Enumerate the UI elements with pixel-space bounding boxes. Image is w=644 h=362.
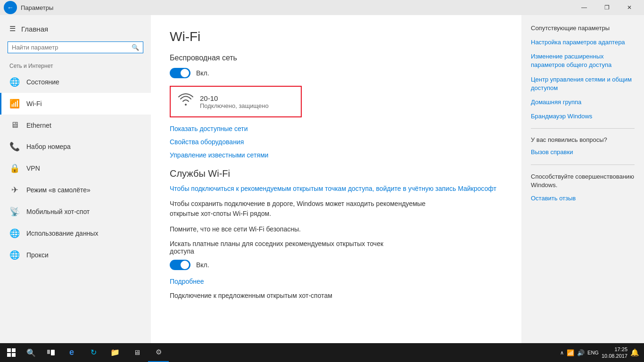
taskbar-computer[interactable]: 🖥 bbox=[126, 343, 147, 362]
questions-title: У вас появились вопросы? bbox=[531, 136, 635, 143]
taskbar-refresh[interactable]: ↻ bbox=[83, 343, 104, 362]
paid-section-label: Искать платные планы для соседних рекоме… bbox=[170, 240, 405, 255]
proxy-icon: 🌐 bbox=[9, 250, 20, 260]
network-wifi-icon bbox=[178, 93, 193, 110]
main-panel: Wi-Fi Беспроводная сеть Вкл. 20-10 Подкл… bbox=[151, 15, 521, 343]
show-networks-link[interactable]: Показать доступные сети bbox=[170, 125, 503, 132]
taskbar-sys-icons: ∧ 📶 🔊 bbox=[560, 349, 585, 356]
ethernet-icon: 🖥 bbox=[9, 120, 20, 130]
sidebar-item-airplane[interactable]: ✈ Режим «в самолёте» bbox=[0, 179, 151, 201]
manage-known-link[interactable]: Управление известными сетями bbox=[170, 151, 503, 159]
bottom-text: Подключение к предложенным открытым хот-… bbox=[170, 291, 453, 301]
sidebar-item-datausage[interactable]: 🌐 Использование данных bbox=[0, 222, 151, 244]
services-link[interactable]: Чтобы подключиться к рекомендуемым откры… bbox=[170, 185, 503, 192]
help-link[interactable]: Вызов справки bbox=[531, 148, 635, 156]
body-text-2: Помните, что не все сети Wi-Fi безопасны… bbox=[170, 224, 453, 234]
network-name: 20-10 bbox=[200, 94, 293, 102]
sidebar-item-hotspot[interactable]: 📡 Мобильный хот-спот bbox=[0, 201, 151, 222]
wireless-section-title: Беспроводная сеть bbox=[170, 54, 503, 62]
network-card[interactable]: 20-10 Подключено, защищено bbox=[170, 86, 302, 117]
status-icon: 🌐 bbox=[9, 77, 20, 87]
sidebar: ☰ Главная 🔍 Сеть и Интернет 🌐 Состояние … bbox=[0, 15, 151, 343]
taskbar-clock: 17:25 10.08.2017 bbox=[602, 346, 627, 360]
close-button[interactable]: ✕ bbox=[619, 0, 640, 15]
taskbar-settings-active[interactable]: ⚙ bbox=[148, 343, 169, 362]
app-title: Параметры bbox=[21, 4, 53, 11]
notification-icon[interactable]: 🔔 bbox=[630, 348, 639, 357]
right-divider bbox=[531, 128, 635, 129]
sidebar-home[interactable]: ☰ Главная bbox=[0, 20, 151, 38]
sidebar-item-label-wifi: Wi-Fi bbox=[26, 100, 42, 107]
sidebar-item-label-airplane: Режим «в самолёте» bbox=[26, 186, 91, 194]
related-link-3[interactable]: Домашняя группа bbox=[531, 98, 635, 107]
svg-rect-1 bbox=[12, 348, 16, 352]
body-text-1: Чтобы сохранить подключение в дороге, Wi… bbox=[170, 199, 453, 219]
sidebar-item-label-status: Состояние bbox=[26, 78, 59, 86]
svg-rect-3 bbox=[12, 353, 16, 357]
search-icon: 🔍 bbox=[132, 44, 139, 51]
taskbar: 🔍 e ↻ 📁 🖥 ⚙ ∧ 📶 🔊 ENG 17:25 10.08.2017 🔔 bbox=[0, 343, 644, 362]
volume-icon: 🔊 bbox=[577, 349, 585, 356]
svg-rect-4 bbox=[47, 350, 50, 354]
taskbar-edge[interactable]: e bbox=[61, 343, 82, 362]
wifi-toggle[interactable] bbox=[170, 68, 190, 78]
back-icon: ← bbox=[7, 4, 14, 11]
feedback-link[interactable]: Оставить отзыв bbox=[531, 194, 635, 203]
minimize-button[interactable]: — bbox=[573, 0, 595, 15]
dialup-icon: 📞 bbox=[9, 141, 20, 152]
sidebar-item-ethernet[interactable]: 🖥 Ethernet bbox=[0, 115, 151, 136]
right-divider-2 bbox=[531, 165, 635, 165]
wifi-toggle-label: Вкл. bbox=[196, 69, 209, 77]
sidebar-item-wifi[interactable]: 📶 Wi-Fi bbox=[0, 93, 151, 115]
related-link-1[interactable]: Изменение расширенных параметров общего … bbox=[531, 52, 635, 69]
chevron-up-icon[interactable]: ∧ bbox=[560, 350, 564, 356]
network-info: 20-10 Подключено, защищено bbox=[200, 94, 293, 109]
improve-text: Способствуйте совершенствованию Windows. bbox=[531, 173, 635, 189]
related-link-2[interactable]: Центр управления сетями и общим доступом bbox=[531, 75, 635, 92]
home-label: Главная bbox=[21, 25, 48, 33]
restore-button[interactable]: ❐ bbox=[596, 0, 618, 15]
taskbar-left: 🔍 e ↻ 📁 🖥 ⚙ bbox=[2, 343, 169, 362]
sidebar-item-label-proxy: Прокси bbox=[26, 251, 49, 259]
back-button[interactable]: ← bbox=[4, 1, 17, 14]
sidebar-item-status[interactable]: 🌐 Состояние bbox=[0, 71, 151, 93]
network-status: Подключено, защищено bbox=[200, 102, 293, 109]
related-link-0[interactable]: Настройка параметров адаптера bbox=[531, 38, 635, 47]
paid-toggle-label: Вкл. bbox=[196, 261, 209, 269]
sidebar-category: Сеть и Интернет bbox=[0, 57, 151, 71]
app-body: ☰ Главная 🔍 Сеть и Интернет 🌐 Состояние … bbox=[0, 15, 644, 343]
airplane-icon: ✈ bbox=[9, 185, 20, 195]
search-input[interactable] bbox=[12, 44, 132, 51]
network-taskbar-icon: 📶 bbox=[567, 349, 574, 356]
sidebar-item-label-datausage: Использование данных bbox=[26, 230, 98, 237]
svg-rect-5 bbox=[51, 350, 55, 355]
sidebar-item-label-hotspot: Мобильный хот-спот bbox=[26, 208, 90, 215]
sidebar-item-vpn[interactable]: 🔒 VPN bbox=[0, 157, 151, 179]
hotspot-icon: 📡 bbox=[9, 206, 20, 217]
titlebar-left: ← Параметры bbox=[4, 1, 53, 14]
services-title: Службы Wi-Fi bbox=[170, 168, 503, 179]
clock-time: 17:25 bbox=[602, 346, 627, 353]
related-title: Сопутствующие параметры bbox=[531, 25, 635, 32]
wifi-toggle-row: Вкл. bbox=[170, 68, 503, 78]
hardware-props-link[interactable]: Свойства оборудования bbox=[170, 138, 503, 146]
search-box[interactable]: 🔍 bbox=[8, 41, 143, 53]
sidebar-item-dialup[interactable]: 📞 Набор номера bbox=[0, 136, 151, 157]
paid-toggle[interactable] bbox=[170, 260, 190, 270]
svg-rect-0 bbox=[7, 348, 11, 352]
datausage-icon: 🌐 bbox=[9, 228, 20, 239]
sidebar-item-label-ethernet: Ethernet bbox=[26, 122, 51, 129]
sidebar-item-label-vpn: VPN bbox=[26, 165, 40, 172]
language-indicator: ENG bbox=[587, 350, 599, 355]
right-panel: Сопутствующие параметры Настройка параме… bbox=[521, 15, 644, 343]
related-link-4[interactable]: Брандмауэр Windows bbox=[531, 112, 635, 121]
start-button[interactable] bbox=[2, 343, 21, 362]
taskbar-explorer[interactable]: 📁 bbox=[105, 343, 125, 362]
window-controls: — ❐ ✕ bbox=[573, 0, 640, 15]
sidebar-item-proxy[interactable]: 🌐 Прокси bbox=[0, 244, 151, 266]
more-link[interactable]: Подробнее bbox=[170, 278, 503, 285]
svg-rect-2 bbox=[7, 353, 11, 357]
home-icon: ☰ bbox=[9, 25, 16, 33]
task-view-button[interactable] bbox=[41, 343, 60, 362]
search-taskbar-button[interactable]: 🔍 bbox=[22, 343, 41, 362]
